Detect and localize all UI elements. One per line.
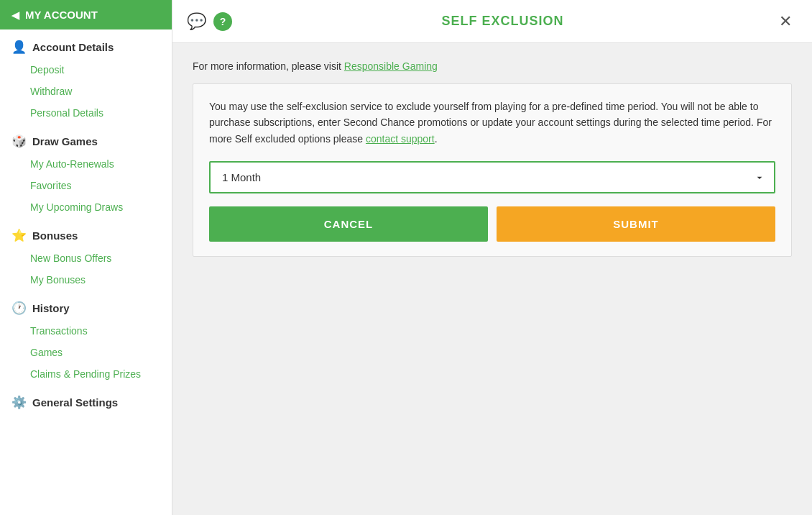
sidebar-item-personal-details[interactable]: Personal Details <box>0 102 172 124</box>
responsible-gaming-link[interactable]: Responsible Gaming <box>344 60 438 72</box>
duration-dropdown-wrapper: 1 Month 3 Months 6 Months 1 Year Permane… <box>209 161 775 193</box>
sidebar-item-games[interactable]: Games <box>0 342 172 363</box>
section-bonuses-label: Bonuses <box>32 229 78 242</box>
sidebar-item-withdraw[interactable]: Withdraw <box>0 81 172 102</box>
duration-dropdown[interactable]: 1 Month 3 Months 6 Months 1 Year Permane… <box>209 161 775 193</box>
sidebar-header[interactable]: ◀ MY ACCOUNT <box>0 0 172 29</box>
header-icons: 💬 ? <box>187 12 232 31</box>
sidebar-header-label: MY ACCOUNT <box>25 9 98 21</box>
submit-button[interactable]: SUBMIT <box>497 206 775 242</box>
info-text: For more information, please visit Respo… <box>193 60 792 72</box>
dialog-body: For more information, please visit Respo… <box>172 43 812 515</box>
back-arrow-icon: ◀ <box>11 9 19 21</box>
section-history-label: History <box>32 302 70 314</box>
sidebar-item-upcoming-draws[interactable]: My Upcoming Draws <box>0 196 172 218</box>
body-text-end: . <box>435 133 438 145</box>
contact-support-link[interactable]: contact support <box>366 133 435 145</box>
dialog-title: SELF EXCLUSION <box>232 14 773 29</box>
buttons-row: CANCEL SUBMIT <box>209 206 775 242</box>
info-text-before: For more information, please visit <box>193 60 344 72</box>
section-general-settings[interactable]: ⚙️ General Settings <box>0 385 172 414</box>
sidebar-item-claims-pending[interactable]: Claims & Pending Prizes <box>0 363 172 385</box>
section-draw-games: 🎲 Draw Games <box>0 124 172 153</box>
bonuses-icon: ⭐ <box>11 228 27 243</box>
account-icon: 👤 <box>11 40 27 55</box>
section-bonuses: ⭐ Bonuses <box>0 218 172 247</box>
section-account: 👤 Account Details <box>0 29 172 59</box>
section-account-label: Account Details <box>32 41 114 53</box>
history-icon: 🕐 <box>11 301 27 316</box>
sidebar-item-deposit[interactable]: Deposit <box>0 59 172 81</box>
sidebar-item-auto-renewals[interactable]: My Auto-Renewals <box>0 153 172 175</box>
sidebar-item-favorites[interactable]: Favorites <box>0 175 172 196</box>
help-icon[interactable]: ? <box>213 12 232 31</box>
content-box: You may use the self-exclusion service t… <box>193 83 792 257</box>
settings-icon: ⚙️ <box>11 395 27 410</box>
section-history: 🕐 History <box>0 291 172 320</box>
draw-games-icon: 🎲 <box>11 134 27 149</box>
section-draw-games-label: Draw Games <box>32 135 98 147</box>
sidebar-item-my-bonuses[interactable]: My Bonuses <box>0 269 172 291</box>
sidebar-item-transactions[interactable]: Transactions <box>0 320 172 342</box>
cancel-button[interactable]: CANCEL <box>209 206 488 242</box>
chat-icon[interactable]: 💬 <box>187 12 206 31</box>
close-button[interactable]: ✕ <box>773 9 798 34</box>
dialog-header: 💬 ? SELF EXCLUSION ✕ <box>172 0 812 43</box>
body-text: You may use the self-exclusion service t… <box>209 101 772 145</box>
sidebar-item-new-bonus-offers[interactable]: New Bonus Offers <box>0 247 172 269</box>
sidebar: ◀ MY ACCOUNT 👤 Account Details Deposit W… <box>0 0 172 515</box>
body-paragraph: You may use the self-exclusion service t… <box>209 99 775 147</box>
sidebar-scroll: 👤 Account Details Deposit Withdraw Perso… <box>0 29 172 515</box>
section-general-settings-label: General Settings <box>32 396 118 409</box>
main-content: 💬 ? SELF EXCLUSION ✕ For more informatio… <box>172 0 812 515</box>
